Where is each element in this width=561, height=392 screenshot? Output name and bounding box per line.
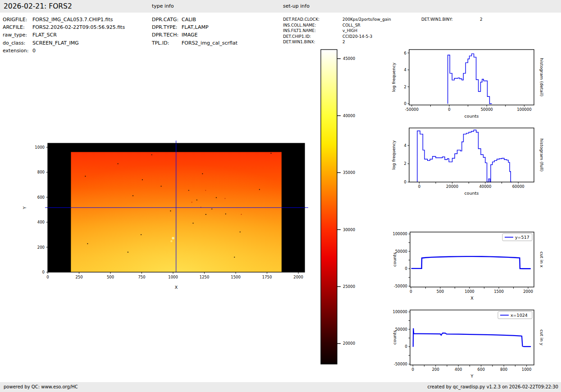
- y-axis-label: Y: [22, 206, 27, 210]
- x-axis-label: Y: [470, 374, 474, 378]
- info-value: CCID20-14-5-3: [342, 34, 372, 39]
- x-tick-label: 0: [418, 184, 420, 189]
- y-tick-label: 2: [404, 161, 406, 166]
- y-tick-label: 4: [404, 68, 406, 72]
- colorbar-gradient: [321, 50, 337, 364]
- y-tick-label: 4: [404, 143, 406, 148]
- x-tick-label: 500: [437, 289, 444, 294]
- x-tick-label: 0: [46, 275, 49, 279]
- info-row: raw_type:FLAT_SCR: [3, 31, 125, 39]
- x-tick-label: 750: [138, 275, 145, 279]
- info-row: INS.COLL.NAME:COLL_SR: [283, 23, 391, 28]
- x-tick-label: 60000: [512, 184, 525, 189]
- x-axis-label: counts: [465, 191, 479, 196]
- x-tick-label: 500: [107, 275, 114, 279]
- info-value: 0: [32, 48, 36, 54]
- info-value: SCREEN_FLAT_IMG: [32, 40, 79, 46]
- cut_y-data-line: [413, 328, 531, 347]
- x-tick-label: 1000: [168, 275, 178, 279]
- info-row: DET.WIN1.BINY:2: [421, 17, 483, 23]
- y-axis-label: counts: [392, 330, 397, 345]
- y-tick-label: -50000: [394, 284, 407, 288]
- y-tick-label: 2: [404, 85, 406, 89]
- y-tick-label: 400: [37, 220, 45, 224]
- dark-speck: [240, 232, 241, 232]
- colorbar-tick-label: 20000: [343, 341, 355, 346]
- y-tick-label: 0: [404, 101, 406, 106]
- cut-in-x-plot: 0500100015002000-50000050000100000Xcount…: [385, 227, 561, 306]
- x-tick-label: 1000: [465, 289, 474, 294]
- info-label: raw_type:: [3, 31, 32, 39]
- side-caption: histogram (full): [539, 138, 544, 171]
- bright-spot: [172, 237, 174, 240]
- dark-speck: [161, 186, 162, 187]
- x-tick-label: 400: [455, 367, 462, 372]
- dark-speck: [259, 189, 260, 190]
- y-tick-label: 800: [37, 170, 45, 174]
- y-tick-label: 0: [405, 266, 407, 271]
- x-tick-label: 1500: [231, 275, 241, 279]
- y-tick-label: 1000: [35, 145, 45, 150]
- info-label: DPR.CATG:: [152, 16, 182, 23]
- y-axis-label: log frequency: [391, 63, 396, 92]
- legend-label: y=517: [515, 235, 529, 240]
- y-tick-label: 0: [404, 180, 406, 184]
- red-speck: [224, 198, 225, 199]
- info-row: extension:0: [3, 47, 125, 55]
- file-info-block: ORIGFILE:FORS2_IMG_CAL053.7.CHIP1.fits A…: [3, 16, 125, 55]
- histogram-full-plot: 0200004000060000024countslog frequencyhi…: [385, 123, 561, 205]
- x-tick-label: 1750: [262, 275, 272, 279]
- bright-spot: [170, 240, 172, 242]
- y-tick-label: 0: [42, 270, 45, 274]
- x-tick-label: 200: [432, 367, 439, 372]
- x-tick-label: 250: [75, 275, 82, 279]
- y-tick-label: 50000: [395, 327, 407, 332]
- info-row: DPR.TYPE:FLAT,LAMP: [152, 23, 237, 31]
- info-value: 2: [480, 17, 483, 22]
- type-info-block: DPR.CATG:CALIB DPR.TYPE:FLAT,LAMP DPR.TE…: [152, 16, 237, 47]
- dark-speck: [225, 214, 226, 214]
- info-value: IMAGE: [182, 32, 198, 38]
- footer-bar: created by qc_rawdisp.py v1.2.3 on 2026-…: [0, 382, 561, 392]
- y-tick-label: 0: [405, 344, 407, 349]
- info-row: do_class:SCREEN_FLAT_IMG: [3, 39, 125, 47]
- hist_detail-data-line: [448, 54, 492, 104]
- dark-speck: [234, 257, 235, 258]
- x-tick-label: 40000: [479, 184, 491, 189]
- colorbar-tick-label: 35000: [343, 170, 355, 175]
- side-caption: cut in x: [539, 251, 544, 268]
- info-row: DET.CHIP1.ID:CCID20-14-5-3: [283, 34, 391, 40]
- legend-label: x=1024: [511, 313, 528, 318]
- dark-speck: [270, 153, 271, 154]
- x-axis-label: X: [175, 285, 178, 290]
- y-tick-label: 600: [37, 195, 45, 200]
- x-tick-label: 20000: [446, 184, 458, 189]
- info-label: extension:: [3, 47, 32, 55]
- x-tick-label: -50000: [405, 107, 419, 112]
- info-row: INS.FILT1.NAME:v_HIGH: [283, 28, 391, 34]
- info-value: 2: [342, 40, 345, 44]
- side-caption: cut in y: [539, 329, 544, 346]
- y-tick-label: -50000: [394, 362, 407, 366]
- hist_full-data-line: [417, 130, 512, 182]
- page-title: 2026-02-21: FORS2: [4, 0, 72, 13]
- info-row: DET.READ.CLOCK:200Kps/2ports/low_gain: [283, 17, 391, 23]
- red-speck: [241, 214, 242, 215]
- info-value: FORS2.2026-02-22T09:05:56.925.fits: [32, 24, 125, 30]
- cut-in-y-plot: 02004006008001000-50000050000100000Ycoun…: [385, 305, 561, 384]
- colorbar-tick-label: 30000: [343, 228, 355, 232]
- section-header-setup-info: set-up info: [283, 0, 310, 13]
- info-value: CALIB: [182, 17, 196, 23]
- dark-speck: [128, 252, 128, 253]
- info-row: ORIGFILE:FORS2_IMG_CAL053.7.CHIP1.fits: [3, 16, 125, 23]
- info-label: TPL.ID:: [152, 39, 182, 47]
- info-label: do_class:: [3, 39, 32, 47]
- info-value: COLL_SR: [342, 23, 360, 27]
- colorbar-tick-label: 25000: [343, 284, 355, 289]
- info-value: FLAT_SCR: [32, 32, 57, 38]
- dark-speck: [216, 197, 217, 198]
- section-header-type-info: type info: [152, 0, 174, 13]
- dark-speck: [118, 163, 119, 164]
- x-tick-label: 50000: [481, 107, 493, 112]
- x-tick-label: 2000: [523, 289, 533, 294]
